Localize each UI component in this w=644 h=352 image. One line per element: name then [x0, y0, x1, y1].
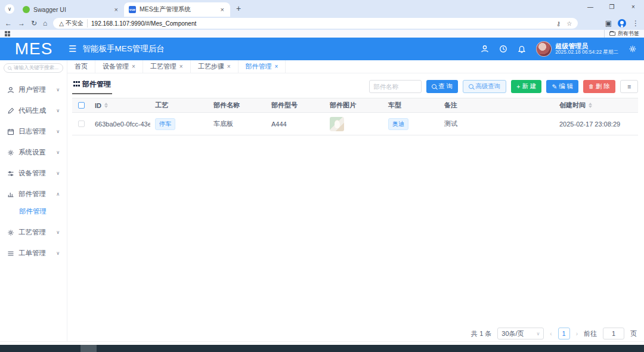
sliders-icon	[7, 170, 14, 177]
close-icon[interactable]: ×	[132, 63, 135, 70]
advanced-query-button[interactable]: 高级查询	[463, 80, 506, 93]
addressbar-right: ▣ ⋮	[605, 19, 639, 27]
row-checkbox[interactable]	[78, 121, 85, 127]
sidebar-item-workorders[interactable]: 工单管理 ∨	[0, 243, 67, 264]
screen: ∨ Swagger UI × vue MES生产管理系统 × + — ❐ × ←…	[0, 0, 644, 352]
minimize-button[interactable]: —	[580, 0, 601, 16]
taskbar-app-thumb[interactable]	[80, 345, 97, 352]
clock-icon[interactable]	[499, 45, 507, 53]
page-title: 部件管理	[72, 79, 112, 94]
all-bookmarks-label: 所有书签	[618, 30, 639, 38]
column-settings-button[interactable]: ≡	[620, 80, 638, 93]
sidebar-item-devices[interactable]: 设备管理 ∨	[0, 163, 67, 184]
page-size-select[interactable]: 30条/页 ∨	[497, 328, 544, 339]
chevron-down-icon: ∨	[56, 129, 60, 134]
next-page-button[interactable]: ›	[576, 331, 578, 337]
back-icon[interactable]: ←	[5, 19, 12, 27]
menu-icon: ≡	[627, 83, 631, 90]
bookmark-star-icon[interactable]: ☆	[566, 20, 572, 27]
security-chip[interactable]: △ 不安全	[59, 19, 88, 27]
col-header-remark: 备注	[439, 101, 555, 110]
tab-close-icon[interactable]: ×	[219, 6, 225, 13]
sidebar-item-label: 工艺管理	[18, 228, 46, 237]
chevron-down-icon: ∨	[56, 87, 60, 92]
goto-page-input[interactable]	[603, 328, 624, 339]
browser-tab-swagger[interactable]: Swagger UI ×	[18, 2, 124, 17]
sidebar-item-users[interactable]: 用户管理 ∨	[0, 79, 67, 100]
sidebar-search-input[interactable]: 请输入关键字搜索...	[4, 63, 63, 73]
goto-label: 前往	[584, 329, 597, 338]
close-icon[interactable]: ×	[275, 63, 278, 70]
maximize-button[interactable]: ❐	[601, 0, 623, 16]
sort-icon[interactable]	[104, 103, 108, 108]
apps-grid-icon[interactable]	[5, 31, 10, 36]
pencil-icon: ✎	[552, 83, 557, 90]
url-input[interactable]: △ 不安全 192.168.1.107:9990/#/Mes_Component…	[53, 18, 578, 29]
new-tab-button[interactable]: +	[236, 4, 241, 13]
sidebar-subitem-components[interactable]: 部件管理	[0, 205, 67, 222]
taskbar	[0, 345, 644, 352]
swagger-favicon-icon	[23, 6, 30, 13]
gear-icon	[7, 149, 14, 156]
chevron-down-icon: ∨	[56, 171, 60, 176]
table-row[interactable]: 663ba0e0-0fcc-43e5-... 停车 车底板 A444 奥迪 测试…	[72, 113, 638, 135]
forward-icon[interactable]: →	[18, 19, 25, 27]
sort-icon[interactable]	[589, 103, 592, 108]
list-icon	[7, 250, 14, 257]
app-header: MES ☰ 智能板手MES管理后台 超级管理员 2025.02.18 06:54…	[0, 38, 644, 60]
browser-profile-avatar[interactable]	[618, 19, 626, 27]
col-header-created[interactable]: 创建时间	[555, 101, 638, 110]
nav-tab-devices[interactable]: 设备管理 ×	[95, 60, 143, 73]
tab-close-icon[interactable]: ×	[113, 6, 119, 13]
col-header-id[interactable]: ID	[90, 102, 150, 109]
all-bookmarks[interactable]: 所有书签	[604, 30, 639, 38]
nav-tab-components[interactable]: 部件管理 ×	[239, 60, 286, 73]
browser-tab-title: MES生产管理系统	[140, 5, 216, 14]
user-block[interactable]: 超级管理员 2025.02.18 06:54:22 星期二	[536, 41, 618, 57]
browser-tabstrip: ∨ Swagger UI × vue MES生产管理系统 × + — ❐ ×	[0, 0, 644, 17]
toolbar: 查 询 高级查询 + 新 建 ✎ 编 辑	[369, 80, 638, 93]
reload-icon[interactable]: ↻	[31, 19, 37, 27]
sidebar-item-codegen[interactable]: 代码生成 ∨	[0, 100, 67, 121]
tab-search-button[interactable]: ∨	[5, 4, 14, 14]
component-name-input[interactable]	[369, 80, 422, 93]
browser-menu-icon[interactable]: ⋮	[632, 19, 639, 27]
browser-tab-mes[interactable]: vue MES生产管理系统 ×	[124, 2, 230, 17]
sidebar-item-label: 系统设置	[18, 148, 46, 157]
create-button[interactable]: + 新 建	[511, 80, 541, 93]
password-key-icon[interactable]: ⚷	[556, 20, 561, 27]
bell-icon[interactable]	[518, 45, 526, 53]
close-button[interactable]: ×	[623, 0, 644, 16]
query-button[interactable]: 查 询	[426, 80, 458, 93]
extensions-icon[interactable]: ▣	[605, 19, 612, 27]
nav-tab-craft-steps[interactable]: 工艺步骤 ×	[191, 60, 239, 73]
vehicle-tag: 奥迪	[388, 118, 408, 130]
sidebar-collapse-icon[interactable]: ☰	[69, 44, 76, 54]
close-icon[interactable]: ×	[179, 63, 183, 70]
prev-page-button[interactable]: ‹	[550, 331, 552, 337]
sidebar-item-components[interactable]: 部件管理 ∧	[0, 184, 67, 205]
user-icon[interactable]	[481, 45, 489, 53]
nav-tab-home[interactable]: 首页	[67, 60, 95, 73]
nav-tab-craft[interactable]: 工艺管理 ×	[143, 60, 191, 73]
nav-tab-label: 首页	[75, 62, 88, 71]
sidebar-item-system[interactable]: 系统设置 ∨	[0, 142, 67, 163]
delete-button[interactable]: 🗑 删 除	[583, 80, 615, 93]
home-icon[interactable]: ⌂	[43, 19, 47, 27]
chevron-down-icon: ∨	[56, 108, 60, 113]
settings-gear-icon[interactable]	[628, 45, 637, 53]
current-page[interactable]: 1	[558, 328, 570, 339]
sidebar-item-logs[interactable]: 日志管理 ∨	[0, 121, 67, 142]
close-icon[interactable]: ×	[227, 63, 231, 70]
sidebar-item-label: 日志管理	[18, 127, 46, 136]
edit-button[interactable]: ✎ 编 辑	[546, 80, 578, 93]
component-photo[interactable]	[330, 117, 344, 131]
sidebar-item-craft[interactable]: 工艺管理 ∨	[0, 222, 67, 243]
craft-tag: 停车	[155, 118, 175, 130]
header-actions: 超级管理员 2025.02.18 06:54:22 星期二	[481, 41, 644, 57]
select-all-checkbox[interactable]	[78, 102, 85, 109]
chevron-up-icon: ∧	[56, 192, 60, 197]
sidebar-item-label: 部件管理	[18, 190, 46, 199]
page-unit-label: 页	[630, 329, 637, 338]
user-avatar[interactable]	[536, 41, 552, 57]
